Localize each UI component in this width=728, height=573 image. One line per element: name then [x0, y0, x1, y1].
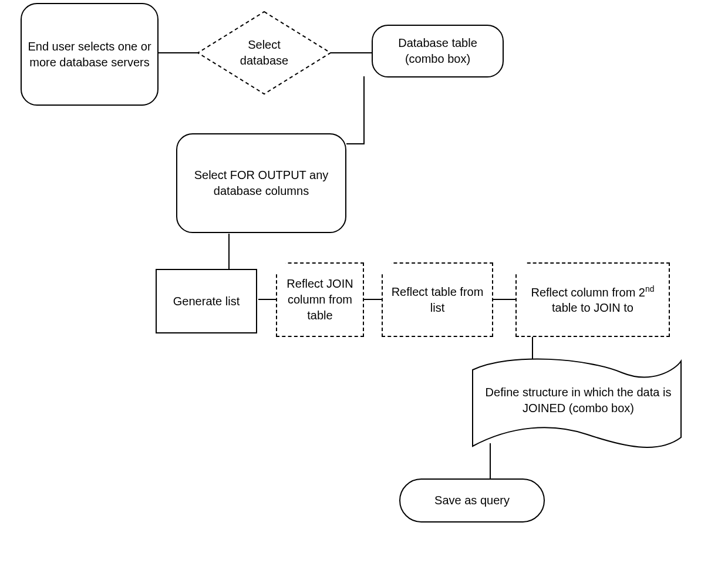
node-define-structure: Define structure in which the data is JO… [478, 385, 678, 416]
node-select-columns: Select FOR OUTPUT any database columns [176, 133, 346, 233]
node-save-query: Save as query [399, 478, 545, 523]
node-reflect-column-2nd-label: Reflect column from 2nd table to JOIN to [523, 284, 663, 316]
node-select-columns-label: Select FOR OUTPUT any database columns [183, 167, 339, 199]
node-reflect-column-2nd: Reflect column from 2nd table to JOIN to [515, 262, 670, 337]
node-reflect-table-label: Reflect table from list [389, 284, 486, 316]
node-define-structure-label: Define structure in which the data is JO… [486, 386, 672, 414]
node-reflect-join-column: Reflect JOIN column from table [276, 262, 364, 337]
node-generate-list: Generate list [156, 269, 257, 333]
node-database-table: Database table (combo box) [372, 25, 504, 77]
node-reflect-join-column-label: Reflect JOIN column from table [283, 276, 357, 323]
node-select-database-label: Select database [240, 38, 288, 67]
node-database-table-label: Database table (combo box) [379, 35, 497, 67]
node-select-database: Select database [235, 37, 294, 69]
node-generate-list-label: Generate list [173, 294, 240, 309]
node-select-servers-label: End user selects one or more database se… [28, 39, 151, 70]
node-reflect-table: Reflect table from list [382, 262, 493, 337]
flowchart: End user selects one or more database se… [0, 0, 728, 573]
node-select-servers: End user selects one or more database se… [21, 3, 159, 106]
node-save-query-label: Save as query [434, 493, 510, 508]
